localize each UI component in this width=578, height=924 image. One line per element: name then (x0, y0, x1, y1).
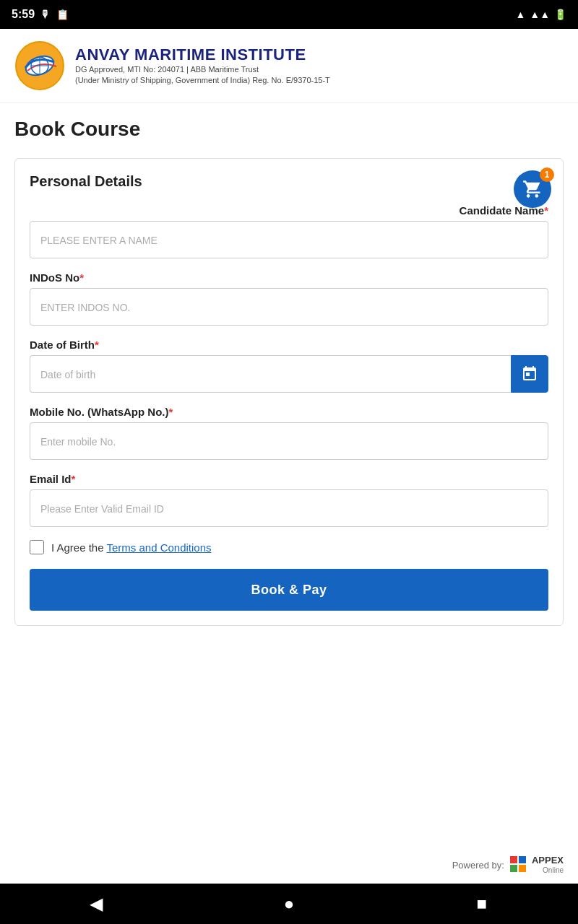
dob-field: Date of Birth* (30, 339, 548, 393)
recent-icon: ■ (476, 894, 487, 914)
terms-row: I Agree the Terms and Conditions (30, 540, 548, 554)
wifi-icon: ▲ (515, 9, 525, 20)
appex-online: Online (532, 866, 564, 874)
institute-subtitle2: (Under Ministry of Shipping, Government … (75, 75, 330, 86)
candidate-name-input[interactable] (30, 221, 548, 258)
sim-icon: 📋 (56, 9, 69, 20)
podcast-icon: 🎙 (40, 9, 51, 20)
back-icon: ◀ (90, 894, 103, 914)
dob-row (30, 355, 548, 393)
mobile-field: Mobile No. (WhatsApp No.)* (30, 406, 548, 460)
recent-nav-button[interactable]: ■ (467, 889, 496, 918)
calendar-button[interactable] (511, 355, 548, 393)
signal-icon: ▲▲ (530, 9, 550, 20)
terms-label: I Agree the Terms and Conditions (51, 541, 212, 554)
candidate-name-field: Candidate Name* (30, 204, 548, 258)
status-time: 5:59 (12, 8, 35, 21)
mobile-input[interactable] (30, 422, 548, 460)
footer: Powered by: APPEX Online (0, 846, 578, 884)
nav-bar: ◀ ● ■ (0, 884, 578, 924)
home-icon: ● (284, 894, 295, 914)
appex-brand: APPEX (532, 855, 564, 866)
powered-by-text: Powered by: (452, 860, 504, 871)
email-label: Email Id* (30, 473, 548, 485)
svg-rect-7 (519, 856, 526, 863)
cart-badge: 1 (540, 167, 554, 182)
indos-input[interactable] (30, 288, 548, 326)
svg-rect-8 (510, 865, 517, 872)
header-text: ANVAY MARITIME INSTITUTE DG Approved, MT… (75, 45, 330, 87)
institute-name: ANVAY MARITIME INSTITUTE (75, 45, 330, 64)
logo-svg (14, 40, 65, 91)
indos-field: INDoS No* (30, 271, 548, 326)
calendar-icon (521, 365, 538, 383)
back-nav-button[interactable]: ◀ (82, 889, 111, 918)
section-title: Personal Details (30, 173, 548, 190)
main-content: Book Course Personal Details 1 Candidate… (0, 103, 578, 846)
cart-icon (522, 179, 543, 199)
app-header: ANVAY MARITIME INSTITUTE DG Approved, MT… (0, 29, 578, 103)
email-field: Email Id* (30, 473, 548, 527)
email-input[interactable] (30, 489, 548, 527)
dob-label: Date of Birth* (30, 339, 548, 351)
terms-link[interactable]: Terms and Conditions (106, 541, 211, 554)
svg-rect-6 (510, 856, 517, 863)
svg-rect-9 (519, 865, 526, 872)
home-nav-button[interactable]: ● (275, 889, 303, 918)
page-title: Book Course (14, 118, 564, 141)
battery-icon: 🔋 (554, 9, 566, 20)
cart-button[interactable]: 1 (514, 170, 551, 208)
status-bar: 5:59 🎙 📋 ▲ ▲▲ 🔋 (0, 0, 578, 29)
indos-label: INDoS No* (30, 271, 548, 284)
mobile-label: Mobile No. (WhatsApp No.)* (30, 406, 548, 418)
personal-details-card: Personal Details 1 Candidate Name* INDoS… (14, 158, 564, 626)
appex-cube-icon (509, 855, 529, 875)
terms-checkbox[interactable] (30, 540, 44, 554)
logo (14, 40, 65, 91)
dob-input[interactable] (30, 355, 511, 393)
book-pay-button[interactable]: Book & Pay (30, 569, 548, 611)
candidate-name-label: Candidate Name* (30, 204, 548, 217)
appex-logo: APPEX Online (509, 855, 564, 875)
institute-subtitle1: DG Approved, MTI No: 204071 | ABB Mariti… (75, 64, 330, 75)
